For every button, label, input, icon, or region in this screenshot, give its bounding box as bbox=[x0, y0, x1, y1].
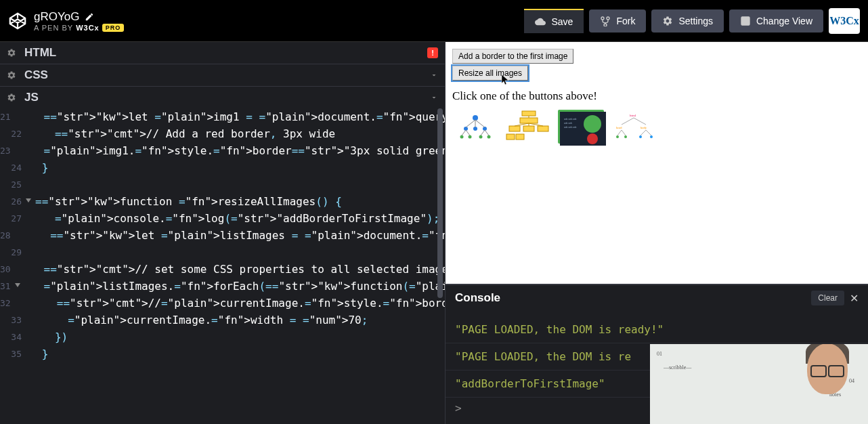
code-line[interactable]: 28 =="str">"kw">let ="plain">listImages … bbox=[0, 227, 445, 244]
cloud-icon bbox=[535, 16, 546, 27]
svg-line-14 bbox=[466, 130, 470, 135]
close-icon[interactable]: ✕ bbox=[850, 292, 859, 305]
code-line[interactable]: 32 =="str">"cmt">//="plain">currentImage… bbox=[0, 295, 445, 312]
author-prefix: A PEN BY bbox=[34, 24, 73, 32]
html-panel-header[interactable]: HTML ! bbox=[0, 42, 445, 64]
code-line[interactable]: 24 } bbox=[0, 159, 445, 176]
svg-rect-20 bbox=[523, 126, 534, 131]
svg-point-30 bbox=[587, 133, 598, 144]
layout-icon bbox=[740, 16, 751, 26]
chevron-down-icon[interactable] bbox=[430, 93, 438, 102]
pen-title[interactable]: gROYoG bbox=[34, 10, 79, 24]
svg-rect-18 bbox=[520, 118, 538, 123]
panel-title-css: CSS bbox=[24, 68, 430, 82]
svg-point-46 bbox=[650, 135, 653, 138]
svg-point-45 bbox=[639, 135, 642, 138]
scrollbar-thumb[interactable] bbox=[437, 108, 443, 298]
chevron-down-icon[interactable] bbox=[430, 71, 438, 79]
svg-text:code code code: code code code bbox=[564, 126, 577, 129]
fork-button[interactable]: Fork bbox=[589, 9, 646, 33]
preview-instruction: Click one of the buttons above! bbox=[452, 89, 861, 103]
code-line[interactable]: 35 } bbox=[0, 345, 445, 362]
gear-icon[interactable] bbox=[7, 70, 16, 80]
resize-all-button[interactable]: Resize all images bbox=[452, 66, 528, 81]
preview-image bbox=[505, 110, 551, 144]
panel-title-html: HTML bbox=[24, 46, 427, 60]
svg-point-9 bbox=[487, 135, 491, 139]
gear-icon[interactable] bbox=[7, 48, 16, 58]
code-line[interactable]: 29 bbox=[0, 244, 445, 261]
code-line[interactable]: 25 bbox=[0, 176, 445, 193]
logo-area: gROYoG A PEN BY W3Cx PRO bbox=[8, 10, 124, 32]
image-row: code code codecode codecode code code ht… bbox=[452, 110, 861, 144]
svg-line-35 bbox=[622, 118, 634, 125]
svg-line-41 bbox=[641, 130, 646, 135]
header-actions: Save Fork Settings Change View W3Cx bbox=[524, 8, 860, 34]
svg-point-44 bbox=[624, 135, 627, 138]
code-line[interactable]: 27 ="plain">console.="fn">log(="str">"ad… bbox=[0, 210, 445, 227]
svg-point-6 bbox=[460, 135, 464, 139]
console-clear-button[interactable]: Clear bbox=[811, 291, 844, 305]
svg-line-12 bbox=[475, 120, 485, 127]
code-editor[interactable]: 21 =="str">"kw">let ="plain">img1 = ="pl… bbox=[0, 108, 445, 424]
gear-icon bbox=[662, 16, 673, 26]
preview-image: htmlheadbody bbox=[611, 110, 657, 144]
svg-point-2 bbox=[473, 115, 478, 121]
cursor-icon bbox=[501, 74, 511, 86]
panel-title-js: JS bbox=[24, 91, 430, 104]
author-name[interactable]: W3Cx bbox=[76, 24, 100, 32]
video-overlay[interactable]: 01 —scribble— 04 notes bbox=[650, 344, 868, 424]
svg-line-36 bbox=[634, 118, 646, 125]
fork-icon bbox=[600, 16, 611, 26]
svg-text:code code: code code bbox=[564, 122, 573, 125]
svg-rect-0 bbox=[741, 17, 750, 25]
svg-line-10 bbox=[466, 120, 475, 127]
header-bar: gROYoG A PEN BY W3Cx PRO Save Fork Setti… bbox=[0, 0, 868, 42]
change-view-button[interactable]: Change View bbox=[729, 9, 823, 33]
svg-line-13 bbox=[462, 130, 466, 135]
code-line[interactable]: 30 =="str">"cmt">// set some CSS propert… bbox=[0, 261, 445, 278]
svg-rect-19 bbox=[509, 126, 520, 131]
svg-point-43 bbox=[616, 135, 619, 138]
code-line[interactable]: 21 =="str">"kw">let ="plain">img1 = ="pl… bbox=[0, 108, 445, 125]
w3c-avatar[interactable]: W3Cx bbox=[829, 8, 860, 34]
svg-point-29 bbox=[584, 115, 601, 133]
svg-text:head: head bbox=[616, 126, 622, 129]
gear-icon[interactable] bbox=[7, 93, 16, 102]
codepen-logo-icon bbox=[8, 12, 27, 30]
pro-badge: PRO bbox=[102, 24, 125, 32]
svg-line-40 bbox=[622, 130, 626, 135]
svg-rect-21 bbox=[538, 126, 548, 131]
css-panel-header[interactable]: CSS bbox=[0, 64, 445, 86]
code-line[interactable]: 26=="str">"kw">function ="fn">resizeAllI… bbox=[0, 193, 445, 210]
save-button[interactable]: Save bbox=[524, 9, 584, 33]
preview-image: code code codecode codecode code code bbox=[558, 110, 604, 144]
code-line[interactable]: 34 }) bbox=[0, 328, 445, 345]
code-line[interactable]: 31 ="plain">listImages.="fn">forEach(=="… bbox=[0, 278, 445, 295]
svg-line-27 bbox=[529, 123, 543, 126]
svg-line-42 bbox=[646, 130, 651, 135]
error-badge[interactable]: ! bbox=[427, 47, 438, 58]
console-line: "PAGE LOADED, the DOM is ready!" bbox=[446, 316, 868, 343]
preview-output: Add a border to the first image Resize a… bbox=[446, 42, 868, 284]
preview-image bbox=[452, 110, 498, 144]
svg-point-7 bbox=[469, 135, 472, 139]
console-title: Console bbox=[455, 291, 811, 305]
code-line[interactable]: 23 ="plain">img1.="fn">style.="fn">borde… bbox=[0, 142, 445, 159]
svg-text:body: body bbox=[641, 126, 647, 129]
js-panel-header[interactable]: JS bbox=[0, 86, 445, 108]
code-line[interactable]: 33 ="plain">currentImage.="fn">width = =… bbox=[0, 312, 445, 328]
svg-rect-22 bbox=[506, 134, 515, 140]
svg-rect-23 bbox=[516, 134, 524, 140]
add-border-button[interactable]: Add a border to the first image bbox=[452, 49, 573, 64]
svg-text:code code code: code code code bbox=[564, 118, 577, 121]
svg-line-15 bbox=[481, 130, 485, 135]
svg-rect-17 bbox=[522, 111, 536, 116]
svg-point-8 bbox=[479, 135, 483, 139]
edit-icon[interactable] bbox=[85, 12, 94, 22]
settings-button[interactable]: Settings bbox=[651, 9, 724, 33]
svg-line-25 bbox=[515, 123, 529, 126]
code-line[interactable]: 22 =="str">"cmt">// Add a red border, 3p… bbox=[0, 125, 445, 142]
svg-line-16 bbox=[485, 130, 489, 135]
svg-text:html: html bbox=[630, 114, 636, 117]
